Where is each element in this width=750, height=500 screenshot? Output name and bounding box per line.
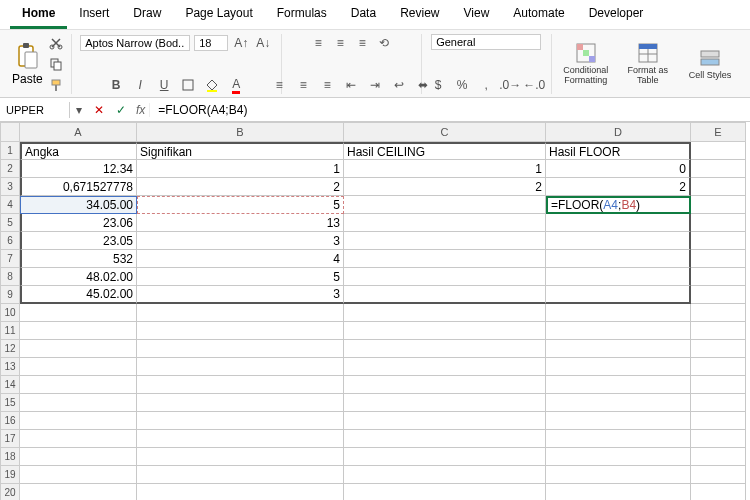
- cell[interactable]: [137, 412, 344, 430]
- align-bottom-icon[interactable]: ≡: [353, 34, 371, 52]
- cell[interactable]: [691, 484, 746, 500]
- cell[interactable]: [344, 340, 546, 358]
- cell[interactable]: 1: [344, 160, 546, 178]
- cell[interactable]: [691, 160, 746, 178]
- cell[interactable]: [20, 394, 137, 412]
- indent-decrease-icon[interactable]: ⇤: [342, 76, 360, 94]
- underline-button[interactable]: U: [155, 76, 173, 94]
- cell[interactable]: [546, 394, 691, 412]
- row-header[interactable]: 7: [0, 250, 20, 268]
- cell[interactable]: [20, 412, 137, 430]
- wrap-text-icon[interactable]: ↩: [390, 76, 408, 94]
- cell[interactable]: 2: [137, 178, 344, 196]
- row-header[interactable]: 10: [0, 304, 20, 322]
- cell[interactable]: [344, 322, 546, 340]
- cell[interactable]: [691, 214, 746, 232]
- cell[interactable]: [137, 484, 344, 500]
- cell[interactable]: [546, 286, 691, 304]
- format-painter-icon[interactable]: [47, 76, 65, 94]
- row-header[interactable]: 5: [0, 214, 20, 232]
- row-header[interactable]: 13: [0, 358, 20, 376]
- cell[interactable]: [691, 340, 746, 358]
- cell[interactable]: [344, 412, 546, 430]
- cell[interactable]: [546, 448, 691, 466]
- cell[interactable]: [137, 466, 344, 484]
- tab-review[interactable]: Review: [388, 0, 451, 29]
- cell[interactable]: [691, 304, 746, 322]
- decrease-font-icon[interactable]: A↓: [254, 34, 272, 52]
- cell[interactable]: [546, 376, 691, 394]
- fill-color-icon[interactable]: [203, 76, 221, 94]
- cell[interactable]: [691, 376, 746, 394]
- cell[interactable]: 5: [137, 196, 344, 214]
- cell[interactable]: [20, 358, 137, 376]
- cell[interactable]: [691, 142, 746, 160]
- select-all-corner[interactable]: [0, 122, 20, 142]
- cell[interactable]: [691, 430, 746, 448]
- cell[interactable]: Hasil CEILING: [344, 142, 546, 160]
- row-header[interactable]: 1: [0, 142, 20, 160]
- cut-icon[interactable]: [47, 34, 65, 52]
- tab-view[interactable]: View: [452, 0, 502, 29]
- cell[interactable]: =FLOOR(A4;B4): [546, 196, 691, 214]
- indent-increase-icon[interactable]: ⇥: [366, 76, 384, 94]
- cell[interactable]: [546, 322, 691, 340]
- col-header[interactable]: A: [20, 122, 137, 142]
- increase-font-icon[interactable]: A↑: [232, 34, 250, 52]
- cell[interactable]: [691, 394, 746, 412]
- row-header[interactable]: 8: [0, 268, 20, 286]
- align-center-icon[interactable]: ≡: [294, 76, 312, 94]
- cell[interactable]: [20, 340, 137, 358]
- tab-page-layout[interactable]: Page Layout: [173, 0, 264, 29]
- cell[interactable]: [344, 250, 546, 268]
- cell[interactable]: [344, 232, 546, 250]
- cell[interactable]: 23.06: [20, 214, 137, 232]
- namebox-dropdown-icon[interactable]: ▾: [70, 101, 88, 119]
- cell[interactable]: 0: [546, 160, 691, 178]
- cell[interactable]: [20, 466, 137, 484]
- row-header[interactable]: 11: [0, 322, 20, 340]
- cell[interactable]: Hasil FLOOR: [546, 142, 691, 160]
- tab-draw[interactable]: Draw: [121, 0, 173, 29]
- percent-icon[interactable]: %: [453, 76, 471, 94]
- cell[interactable]: [691, 358, 746, 376]
- cell[interactable]: 0,671527778: [20, 178, 137, 196]
- align-right-icon[interactable]: ≡: [318, 76, 336, 94]
- cell[interactable]: [137, 304, 344, 322]
- row-header[interactable]: 18: [0, 448, 20, 466]
- row-header[interactable]: 15: [0, 394, 20, 412]
- cell[interactable]: [344, 484, 546, 500]
- cell[interactable]: [546, 484, 691, 500]
- cell[interactable]: [546, 358, 691, 376]
- cell[interactable]: [546, 268, 691, 286]
- tab-insert[interactable]: Insert: [67, 0, 121, 29]
- comma-icon[interactable]: ,: [477, 76, 495, 94]
- tab-home[interactable]: Home: [10, 0, 67, 29]
- col-header[interactable]: D: [546, 122, 691, 142]
- cell[interactable]: [20, 448, 137, 466]
- cell[interactable]: [546, 214, 691, 232]
- cell[interactable]: 23.05: [20, 232, 137, 250]
- cell-styles-button[interactable]: Cell Styles: [682, 47, 738, 81]
- col-header[interactable]: C: [344, 122, 546, 142]
- cell[interactable]: 45.02.00: [20, 286, 137, 304]
- cell[interactable]: [546, 466, 691, 484]
- cell[interactable]: 532: [20, 250, 137, 268]
- align-top-icon[interactable]: ≡: [309, 34, 327, 52]
- cell[interactable]: 2: [344, 178, 546, 196]
- row-header[interactable]: 19: [0, 466, 20, 484]
- name-box[interactable]: [0, 102, 70, 118]
- cell[interactable]: [691, 448, 746, 466]
- cell[interactable]: [344, 268, 546, 286]
- increase-decimal-icon[interactable]: .0→: [501, 76, 519, 94]
- border-icon[interactable]: [179, 76, 197, 94]
- currency-icon[interactable]: $: [429, 76, 447, 94]
- cell[interactable]: [20, 484, 137, 500]
- cell[interactable]: 12.34: [20, 160, 137, 178]
- tab-formulas[interactable]: Formulas: [265, 0, 339, 29]
- cell[interactable]: [344, 448, 546, 466]
- decrease-decimal-icon[interactable]: ←.0: [525, 76, 543, 94]
- cell[interactable]: [344, 394, 546, 412]
- cell[interactable]: [137, 322, 344, 340]
- cell[interactable]: [344, 286, 546, 304]
